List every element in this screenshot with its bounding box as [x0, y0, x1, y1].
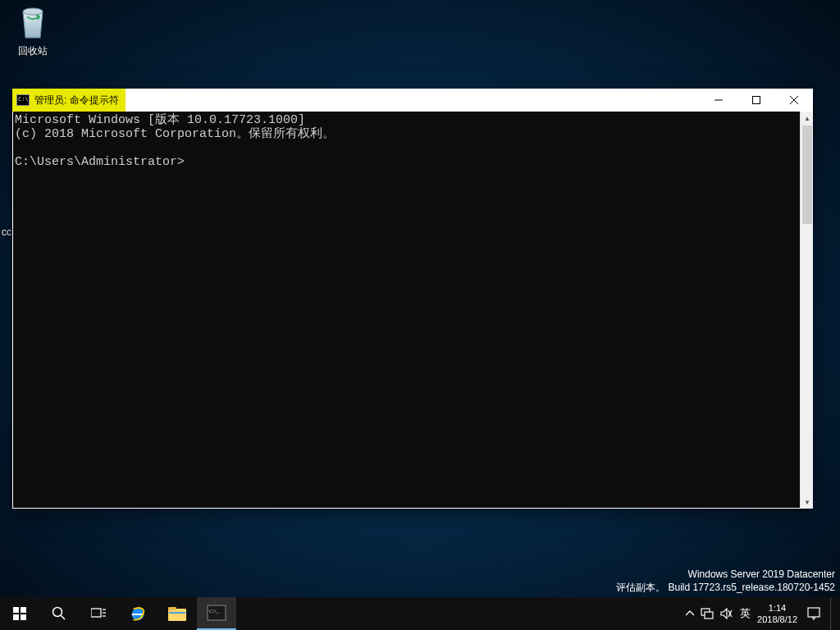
svg-rect-22 [705, 612, 713, 619]
tray-clock[interactable]: 1:14 2018/8/12 [757, 602, 797, 625]
svg-point-9 [53, 608, 62, 617]
svg-rect-6 [21, 607, 26, 613]
tray-ime-button[interactable]: 英 [740, 606, 751, 621]
watermark-line1: Windows Server 2019 Datacenter [616, 568, 835, 581]
scroll-down-button[interactable]: ▼ [801, 495, 814, 509]
taskbar-app-cmd[interactable]: C:\_ [197, 597, 236, 630]
tray-volume-button[interactable] [720, 608, 733, 619]
close-button[interactable] [775, 89, 813, 112]
maximize-icon [752, 96, 760, 104]
titlebar-drag-area[interactable] [126, 89, 700, 112]
desktop-watermark: Windows Server 2019 Datacenter 评估副本。 Bui… [616, 568, 835, 594]
taskbar: C:\_ 英 1:14 2018/8/12 [0, 597, 840, 630]
recycle-bin-icon [16, 2, 50, 41]
window-title: 管理员: 命令提示符 [34, 94, 119, 107]
taskbar-spacer [236, 597, 682, 630]
close-icon [790, 96, 798, 104]
notification-icon [807, 607, 820, 620]
tray-network-button[interactable] [701, 608, 714, 619]
command-prompt-window: 管理员: 命令提示符 Microsoft Windows [版本 10.0.17… [12, 89, 813, 509]
svg-rect-2 [753, 97, 760, 104]
system-tray: 英 1:14 2018/8/12 [682, 597, 840, 630]
search-button[interactable] [39, 597, 79, 630]
vertical-scrollbar[interactable]: ▲ ▼ [800, 112, 813, 509]
task-view-icon [91, 607, 106, 620]
svg-rect-18 [169, 612, 185, 614]
titlebar[interactable]: 管理员: 命令提示符 [12, 89, 813, 112]
svg-rect-11 [91, 609, 101, 617]
svg-rect-25 [808, 608, 819, 617]
terminal-container: Microsoft Windows [版本 10.0.17723.1000] (… [12, 112, 813, 509]
search-icon [52, 606, 66, 621]
svg-rect-5 [13, 607, 19, 613]
svg-rect-16 [168, 609, 186, 621]
minimize-icon [714, 96, 723, 104]
clock-date: 2018/8/12 [757, 614, 797, 625]
scroll-up-button[interactable]: ▲ [801, 112, 814, 125]
show-desktop-button[interactable] [830, 597, 835, 630]
chevron-up-icon [686, 609, 694, 618]
cmd-taskbar-icon: C:\_ [207, 604, 226, 622]
maximize-button[interactable] [737, 89, 775, 112]
desktop-icon-label: 回收站 [2, 44, 64, 58]
svg-rect-17 [168, 607, 176, 610]
minimize-button[interactable] [700, 89, 737, 112]
taskbar-app-explorer[interactable] [158, 597, 197, 630]
tray-notifications-button[interactable] [804, 607, 824, 620]
svg-point-0 [23, 8, 43, 15]
terminal-line: Microsoft Windows [版本 10.0.17723.1000] [15, 113, 305, 127]
task-view-button[interactable] [79, 597, 118, 630]
scroll-thumb[interactable] [802, 126, 812, 224]
svg-text:C:\_: C:\_ [209, 608, 220, 614]
start-button[interactable] [0, 597, 39, 630]
volume-icon [720, 608, 733, 619]
desktop-icon-recycle-bin[interactable]: 回收站 [2, 2, 64, 58]
terminal-line: (c) 2018 Microsoft Corporation。保留所有权利。 [15, 127, 335, 141]
svg-rect-7 [13, 614, 19, 620]
terminal-output[interactable]: Microsoft Windows [版本 10.0.17723.1000] (… [12, 112, 800, 509]
title-left: 管理员: 命令提示符 [12, 89, 126, 112]
taskbar-app-ie[interactable] [118, 597, 158, 630]
svg-line-10 [61, 615, 65, 619]
ie-icon [128, 605, 148, 623]
svg-rect-8 [21, 614, 26, 620]
clock-time: 1:14 [757, 602, 797, 614]
windows-logo-icon [13, 607, 26, 620]
window-controls [700, 89, 813, 112]
file-explorer-icon [167, 605, 187, 623]
tray-overflow-button[interactable] [686, 609, 694, 618]
watermark-line2: 评估副本。 Build 17723.rs5_release.180720-145… [616, 581, 835, 594]
network-icon [701, 608, 714, 619]
terminal-prompt: C:\Users\Administrator> [15, 155, 185, 169]
cmd-icon [16, 94, 30, 106]
